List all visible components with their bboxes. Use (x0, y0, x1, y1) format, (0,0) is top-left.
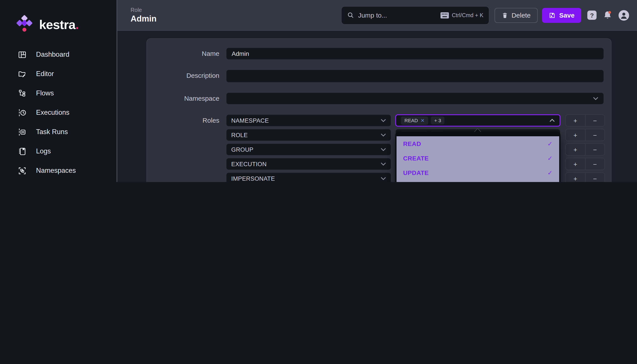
sidebar-item-editor[interactable]: Editor (0, 64, 116, 84)
namespace-label: Namespace (156, 92, 226, 105)
resource-type-value: IMPERSONATE (231, 175, 275, 182)
chevron-down-icon (593, 97, 598, 100)
permissions-dropdown: READ✓CREATE✓UPDATE✓DELETE✓ (395, 132, 560, 182)
resource-type-select[interactable]: GROUP (226, 143, 391, 156)
description-input[interactable] (226, 70, 604, 83)
permission-chip[interactable]: READ✕ (401, 116, 428, 125)
roles-permission-list: NAMESPACEREAD✕+ 3+−ROLEREAD✕+ 3+−GROUP+−… (226, 114, 605, 182)
remove-permission-row-button[interactable]: − (585, 158, 604, 170)
sidebar-item-label: Logs (36, 147, 51, 155)
roles-label: Roles (156, 114, 226, 126)
row-actions: +− (565, 143, 605, 156)
row-actions: +− (565, 114, 605, 126)
keyboard-icon (440, 12, 449, 18)
sidebar-item-executions[interactable]: Executions (0, 103, 116, 122)
check-icon: ✓ (548, 140, 552, 147)
sidebar-item-task-runs[interactable]: Task Runs (0, 122, 116, 142)
permissions-multiselect[interactable]: READ✕+ 3 (395, 114, 560, 126)
task-runs-icon (18, 127, 27, 136)
resource-type-select[interactable]: ROLE (226, 129, 391, 141)
add-permission-row-button[interactable]: + (566, 173, 585, 182)
chevron-down-icon (381, 148, 386, 151)
dropdown-option-create[interactable]: CREATE✓ (396, 151, 559, 165)
remove-permission-row-button[interactable]: − (585, 129, 604, 141)
dropdown-options: READ✓CREATE✓UPDATE✓DELETE✓ (396, 136, 559, 182)
title-block: Role Admin (130, 7, 156, 24)
search-icon (347, 12, 354, 19)
dropdown-option-delete[interactable]: DELETE✓ (396, 180, 559, 182)
add-permission-row-button[interactable]: + (566, 115, 585, 126)
jump-to-search[interactable]: Jump to... Ctrl/Cmd + K (341, 6, 489, 24)
page-title: Admin (130, 14, 156, 24)
add-permission-row-button[interactable]: + (566, 158, 585, 170)
resource-type-value: ROLE (231, 132, 248, 138)
sidebar: kestra. DashboardEditorFlowsExecutionsTa… (0, 0, 118, 182)
sidebar-item-logs[interactable]: Logs (0, 142, 116, 161)
namespace-row: Namespace (156, 92, 604, 105)
sidebar-item-namespaces[interactable]: Namespaces (0, 161, 116, 180)
description-row: Description (156, 70, 604, 83)
row-actions: +− (565, 129, 605, 141)
chevron-down-icon (381, 119, 386, 122)
add-permission-row-button[interactable]: + (566, 144, 585, 155)
sidebar-item-label: Flows (36, 89, 54, 97)
page-content: Name Admin Description Namespace (118, 31, 637, 182)
sidebar-item-label: Executions (36, 108, 70, 116)
add-permission-row-button[interactable]: + (566, 129, 585, 141)
sidebar-item-label: Namespaces (36, 166, 76, 174)
chevron-down-icon (381, 162, 386, 166)
check-icon: ✓ (548, 169, 552, 176)
resource-type-select[interactable]: IMPERSONATE (226, 172, 391, 182)
roles-row: Roles NAMESPACEREAD✕+ 3+−ROLEREAD✕+ 3+−G… (156, 114, 604, 182)
kestra-logo[interactable]: kestra. (0, 0, 116, 45)
trash-icon (502, 12, 508, 19)
search-placeholder: Jump to... (358, 12, 436, 19)
dropdown-option-update[interactable]: UPDATE✓ (396, 165, 559, 180)
name-label: Name (156, 48, 226, 60)
description-label: Description (156, 70, 226, 82)
delete-button[interactable]: Delete (494, 8, 538, 23)
sidebar-item-flows[interactable]: Flows (0, 84, 116, 103)
row-actions: +− (565, 172, 605, 182)
namespaces-icon (18, 166, 27, 175)
sidebar-item-blueprints[interactable]: Blueprints (0, 180, 116, 182)
save-icon (549, 12, 556, 19)
remove-permission-row-button[interactable]: − (585, 144, 604, 155)
chevron-down-icon (381, 177, 386, 180)
resource-type-value: GROUP (231, 146, 254, 153)
chevron-down-icon (381, 133, 386, 137)
resource-type-select[interactable]: NAMESPACE (226, 114, 391, 126)
role-form-card: Name Admin Description Namespace (146, 38, 612, 182)
namespace-select[interactable] (226, 92, 604, 105)
user-avatar[interactable] (618, 10, 629, 20)
remove-permission-row-button[interactable]: − (585, 173, 604, 182)
main-area: Role Admin Jump to... Ctrl/Cmd + K (118, 0, 637, 182)
name-row: Name Admin (156, 48, 604, 60)
kestra-logo-icon (17, 16, 32, 34)
save-button[interactable]: Save (542, 8, 581, 23)
brand-name: kestra. (39, 17, 79, 32)
chevron-up-icon (550, 119, 555, 122)
help-icon[interactable]: ? (587, 10, 596, 20)
name-input[interactable]: Admin (226, 48, 604, 60)
check-icon: ✓ (548, 154, 552, 162)
breadcrumb: Role (130, 7, 156, 13)
dropdown-option-read[interactable]: READ✓ (396, 136, 559, 151)
sidebar-item-dashboard[interactable]: Dashboard (0, 45, 116, 64)
resource-type-value: NAMESPACE (231, 117, 269, 124)
editor-icon (18, 69, 27, 78)
app-window: kestra. DashboardEditorFlowsExecutionsTa… (0, 0, 637, 182)
keyboard-shortcut: Ctrl/Cmd + K (440, 12, 483, 18)
permission-row-namespace: NAMESPACEREAD✕+ 3+− (226, 114, 605, 126)
remove-permission-row-button[interactable]: − (585, 115, 604, 126)
row-actions: +− (565, 158, 605, 170)
flows-icon (18, 88, 27, 98)
resource-type-select[interactable]: EXECUTION (226, 158, 391, 170)
notifications-bell-icon[interactable] (602, 10, 613, 20)
sidebar-item-label: Task Runs (36, 128, 68, 136)
permission-chip[interactable]: + 3 (431, 116, 445, 124)
sidebar-item-label: Editor (36, 70, 54, 78)
logs-icon (18, 146, 27, 156)
dashboard-icon (18, 50, 27, 59)
remove-chip-icon[interactable]: ✕ (420, 118, 424, 123)
